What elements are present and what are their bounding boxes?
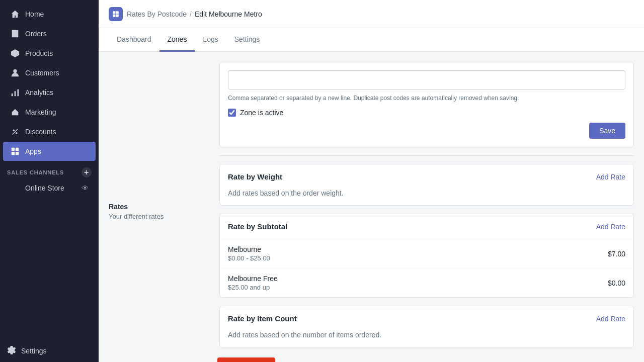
zone-active-row: Zone is active — [228, 109, 625, 117]
analytics-icon — [10, 87, 20, 98]
rate-by-subtotal-card: Rate by Subtotal Add Rate Melbourne $0.0… — [219, 214, 634, 298]
breadcrumb: Rates By Postcode / Edit Melbourne Metro — [127, 10, 262, 18]
svg-point-6 — [16, 132, 18, 134]
rate-melbourne-free-range: $25.00 and up — [228, 284, 278, 291]
rate-melbourne-price: $7.00 — [608, 250, 625, 258]
sidebar-item-discounts[interactable]: Discounts — [3, 122, 96, 141]
sidebar-item-analytics[interactable]: Analytics — [3, 83, 96, 102]
rate-by-weight-desc: Add rates based on the order weight. — [220, 189, 633, 205]
breadcrumb-separator: / — [190, 10, 192, 18]
sidebar-item-online-store[interactable]: Online Store 👁 — [3, 180, 96, 196]
svg-rect-4 — [18, 89, 19, 97]
zone-active-checkbox[interactable] — [228, 109, 236, 117]
settings-icon — [7, 345, 16, 356]
rate-by-weight-card: Rate by Weight Add Rate Add rates based … — [219, 164, 634, 206]
rates-section-desc: Your different rates — [109, 213, 209, 220]
customers-icon — [10, 68, 20, 78]
rate-by-item-count-header: Rate by Item Count Add Rate — [220, 306, 633, 331]
breadcrumb-app-name[interactable]: Rates By Postcode — [127, 10, 187, 18]
rate-melbourne-free-price: $0.00 — [608, 279, 625, 287]
page-body: Rates Your different rates Comma separat… — [99, 52, 644, 357]
svg-rect-3 — [15, 91, 16, 96]
sales-channels-section: SALES CHANNELS + — [0, 161, 99, 179]
zone-form-card: Comma separated or separated by a new li… — [219, 62, 634, 147]
sidebar-nav: Home Orders Products Customers Analytics — [0, 0, 99, 339]
add-rate-subtotal-button[interactable]: Add Rate — [596, 223, 625, 231]
online-store-label: Online Store — [25, 184, 64, 192]
marketing-icon — [10, 107, 20, 117]
save-button[interactable]: Save — [589, 123, 625, 139]
products-icon — [10, 48, 20, 58]
zone-active-label[interactable]: Zone is active — [240, 109, 283, 117]
zone-form-body: Comma separated or separated by a new li… — [220, 62, 633, 147]
postcodes-input[interactable] — [228, 70, 625, 89]
svg-rect-8 — [16, 148, 19, 151]
orders-icon — [10, 29, 20, 39]
svg-rect-2 — [12, 94, 13, 96]
svg-point-1 — [13, 69, 17, 73]
eye-icon: 👁 — [82, 184, 89, 192]
tab-dashboard[interactable]: Dashboard — [109, 28, 159, 52]
rate-by-item-count-title: Rate by Item Count — [228, 314, 297, 323]
sidebar-item-products[interactable]: Products — [3, 44, 96, 63]
tabs-bar: Dashboard Zones Logs Settings — [99, 28, 644, 52]
svg-rect-10 — [16, 152, 19, 155]
rate-by-item-count-desc: Add rates based on the number of items o… — [220, 331, 633, 347]
rate-row-melbourne-free: Melbourne Free $25.00 and up $0.00 — [220, 268, 633, 297]
home-icon — [10, 9, 20, 19]
breadcrumb-page-title: Edit Melbourne Metro — [195, 10, 262, 18]
apps-icon — [10, 146, 20, 156]
tab-zones[interactable]: Zones — [159, 28, 195, 52]
main-content: Rates By Postcode / Edit Melbourne Metro… — [99, 0, 644, 362]
rate-by-weight-header: Rate by Weight Add Rate — [220, 164, 633, 189]
page-bottom: Delete zone — [99, 357, 644, 362]
svg-point-5 — [13, 130, 15, 132]
svg-rect-9 — [12, 152, 15, 155]
topbar: Rates By Postcode / Edit Melbourne Metro — [99, 0, 644, 28]
sidebar-item-apps[interactable]: Apps — [3, 142, 96, 161]
rate-melbourne-free-name: Melbourne Free — [228, 275, 278, 283]
tab-settings[interactable]: Settings — [226, 28, 268, 52]
sidebar-item-marketing[interactable]: Marketing — [3, 103, 96, 122]
rate-melbourne-range: $0.00 - $25.00 — [228, 254, 270, 262]
app-icon — [109, 7, 123, 21]
sidebar-item-orders[interactable]: Orders — [3, 24, 96, 43]
sidebar-item-customers[interactable]: Customers — [3, 63, 96, 82]
add-sales-channel-button[interactable]: + — [82, 167, 92, 177]
save-button-row: Save — [228, 123, 625, 139]
left-column: Rates Your different rates — [109, 62, 209, 347]
rate-by-subtotal-header: Rate by Subtotal Add Rate — [220, 214, 633, 239]
section-divider — [219, 155, 634, 156]
zone-hint: Comma separated or separated by a new li… — [228, 94, 625, 103]
content-area: Dashboard Zones Logs Settings Rates Your… — [99, 28, 644, 362]
rate-row-melbourne: Melbourne $0.00 - $25.00 $7.00 — [220, 239, 633, 268]
sidebar-settings[interactable]: Settings — [0, 339, 99, 362]
svg-rect-7 — [12, 148, 15, 151]
rate-by-weight-title: Rate by Weight — [228, 172, 282, 181]
add-rate-weight-button[interactable]: Add Rate — [596, 173, 625, 181]
tab-logs[interactable]: Logs — [195, 28, 226, 52]
rate-by-item-count-card: Rate by Item Count Add Rate Add rates ba… — [219, 306, 634, 347]
sidebar: Home Orders Products Customers Analytics — [0, 0, 99, 362]
sidebar-item-home[interactable]: Home — [3, 5, 96, 24]
rate-by-subtotal-title: Rate by Subtotal — [228, 222, 287, 231]
settings-label: Settings — [21, 347, 47, 355]
rates-section-title: Rates — [109, 203, 209, 211]
rate-melbourne-name: Melbourne — [228, 245, 270, 253]
right-column: Comma separated or separated by a new li… — [219, 62, 634, 347]
add-rate-item-count-button[interactable]: Add Rate — [596, 315, 625, 323]
delete-zone-button[interactable]: Delete zone — [217, 357, 275, 362]
discounts-icon — [10, 127, 20, 137]
